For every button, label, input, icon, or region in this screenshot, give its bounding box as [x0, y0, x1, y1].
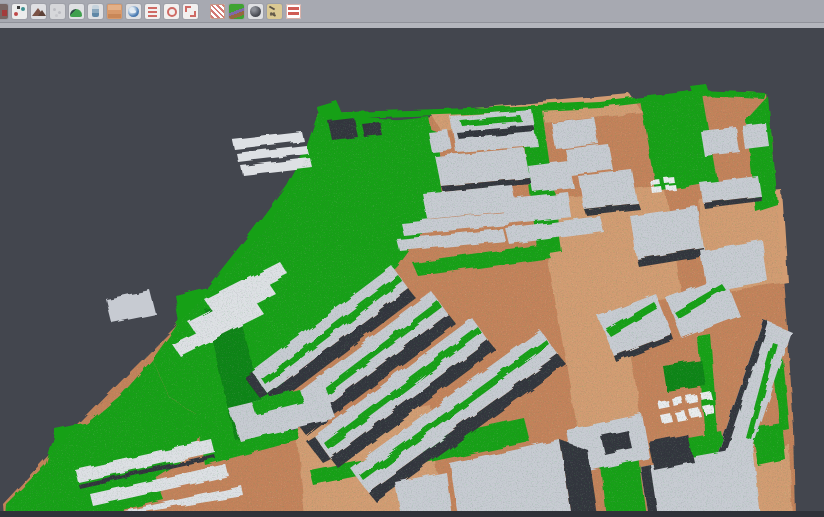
red-stripes-icon[interactable]: [286, 4, 301, 19]
points-disabled-icon[interactable]: [50, 4, 65, 19]
terrain-mountain-icon[interactable]: [31, 4, 46, 19]
profile-column-icon[interactable]: [88, 4, 103, 19]
scene-greenhouse-1: [232, 132, 304, 149]
viewport-canvas[interactable]: [0, 28, 824, 517]
application-window: { "window": {"background": "#43464e", "b…: [0, 0, 824, 517]
hatch-grid-icon[interactable]: [210, 4, 225, 19]
doc-clipped-icon[interactable]: [0, 4, 8, 19]
classification-colors-icon[interactable]: [229, 4, 244, 19]
globe-icon[interactable]: [126, 4, 141, 19]
window-bottom-bar: [0, 511, 824, 517]
scene-bldg-left-small: [106, 290, 156, 323]
dtm-hill-icon[interactable]: [69, 4, 84, 19]
ortho-tile-icon[interactable]: [107, 4, 122, 19]
red-list-icon[interactable]: [145, 4, 160, 19]
red-ring-icon[interactable]: [164, 4, 179, 19]
dark-sphere-icon[interactable]: [248, 4, 263, 19]
marker-scatter-icon[interactable]: [267, 4, 282, 19]
toolbar: [0, 0, 824, 23]
selection-brackets-icon[interactable]: [183, 4, 198, 19]
viewport: [0, 28, 824, 517]
point-pick-icon[interactable]: [12, 4, 27, 19]
scene-greenhouse-2: [236, 145, 308, 162]
